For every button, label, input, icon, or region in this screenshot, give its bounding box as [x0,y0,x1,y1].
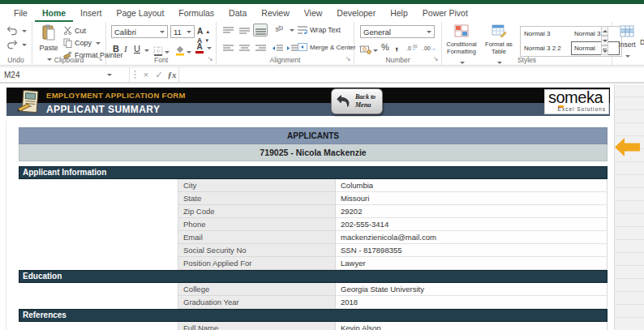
row-value[interactable]: Lawyer [336,257,608,270]
row-value[interactable]: mackenzienicola@mail.com [336,231,608,244]
row-label: City [178,179,336,192]
selected-applicant-bar[interactable]: 719025 - Nicola Mackenzie [19,144,608,161]
underline-button[interactable]: U [134,44,140,54]
copy-button[interactable]: Copy [63,38,101,48]
font-color-button[interactable]: A [195,42,204,54]
borders-dropdown[interactable] [165,51,170,54]
row-value[interactable]: Columbia [336,179,608,192]
worksheet[interactable]: EMPLOYMENT APPLICATION FORM APPLICANT SU… [0,84,644,330]
cut-button[interactable]: Cut [63,26,86,35]
italic-button[interactable]: I [124,44,127,54]
tab-formulas[interactable]: Formulas [171,5,221,22]
undo-dropdown[interactable] [22,30,27,32]
increase-decimal-icon[interactable]: .0←00 [406,44,419,52]
undo-group-label: Undo [0,56,32,64]
underline-dropdown[interactable] [144,49,149,52]
tab-developer[interactable]: Developer [329,5,383,22]
cancel-entry-button[interactable]: × [140,67,152,82]
redo-button[interactable] [6,40,27,49]
shrink-font-icon: ▼ [204,38,209,43]
align-middle-icon[interactable] [239,27,250,35]
decrease-decimal-icon[interactable]: .00→ [423,44,436,52]
orientation-dropdown[interactable] [290,29,294,32]
tab-data[interactable]: Data [221,5,254,22]
align-bottom-button-selected[interactable] [253,24,268,36]
insert-function-button[interactable]: ƒx [165,67,178,82]
tab-page-layout[interactable]: Page Layout [109,5,171,22]
redo-dropdown[interactable] [22,44,27,46]
gallery-more-button[interactable] [601,45,608,55]
increase-indent-icon[interactable] [286,45,298,53]
table-row-ssn[interactable]: Social Security NoSSN - 817898355 [19,244,608,257]
row-value[interactable]: SSN - 817898355 [336,244,608,257]
name-box[interactable] [0,67,130,82]
table-row-college[interactable]: CollegeGeorgia State University [19,283,608,296]
table-row-phone[interactable]: Phone202-555-3414 [19,218,608,231]
number-format-combo[interactable]: General [360,25,435,38]
table-row-city[interactable]: CityColumbia [19,179,608,192]
back-to-menu-button[interactable]: Back toMenu [331,88,383,114]
tab-power-pivot[interactable]: Power Pivot [415,5,475,22]
grow-font-icon: ▲ [205,29,210,34]
bold-button[interactable]: B [113,44,119,54]
table-row-full-name[interactable]: Full NameKevin Alsop [19,322,608,330]
formula-input[interactable] [178,67,644,82]
confirm-entry-button[interactable]: ✓ [152,67,165,82]
font-color-dropdown[interactable] [207,47,212,49]
tab-file[interactable]: File [6,5,35,22]
number-format-value: General [363,28,425,36]
align-right-icon[interactable] [255,45,266,53]
style-normal-3[interactable]: Normal 3 [521,27,569,41]
gallery-scroll-up[interactable] [601,26,608,36]
align-center-icon[interactable] [239,45,250,53]
row-label: State [178,192,336,205]
row-value[interactable]: 2018 [336,296,608,309]
table-row-email[interactable]: Emailmackenzienicola@mail.com [19,231,608,244]
orientation-button[interactable]: ab [274,24,285,34]
row-value[interactable]: Georgia State University [336,283,608,296]
tab-home[interactable]: Home [35,5,73,22]
tab-review[interactable]: Review [254,5,296,22]
align-top-icon[interactable] [223,27,234,35]
font-dialog-launcher[interactable]: ↘ [206,55,214,63]
accounting-dropdown[interactable] [373,49,378,52]
table-row-zip[interactable]: Zip Code29202 [19,205,608,218]
name-box-input[interactable] [0,71,105,79]
fill-color-dropdown[interactable] [187,51,191,54]
row-value[interactable]: 202-555-3414 [336,218,608,231]
delete-button-partial[interactable]: D [640,38,644,46]
number-format-dropdown[interactable] [427,31,431,33]
undo-button[interactable] [6,26,27,36]
comma-style-button[interactable]: , [395,38,398,52]
table-row-state[interactable]: StateMissouri [19,192,608,205]
percent-style-button[interactable]: % [381,42,389,52]
wrap-text-button[interactable]: Wrap Text [298,26,341,34]
row-value[interactable]: Kevin Alsop [336,322,608,330]
decrease-indent-icon[interactable] [272,45,283,53]
gallery-scroll-down[interactable] [601,36,608,45]
font-name-combo[interactable]: Calibri [111,25,168,38]
yellow-left-arrow[interactable] [615,138,640,156]
align-left-icon[interactable] [223,45,234,53]
table-row-graduation-year[interactable]: Graduation Year2018 [19,296,608,309]
font-name-dropdown[interactable] [160,31,165,33]
font-size-dropdown[interactable] [187,31,191,33]
number-dialog-launcher[interactable]: ↘ [431,55,440,63]
name-box-dropdown[interactable] [107,74,112,76]
tab-help[interactable]: Help [383,5,415,22]
ribbon-tab-bar: File Home Insert Page Layout Formulas Da… [0,4,644,22]
grow-font-button[interactable]: A▲ [197,27,210,36]
copy-dropdown[interactable] [96,42,101,45]
tab-view[interactable]: View [297,5,330,22]
clipboard-dialog-launcher[interactable]: ↘ [96,55,104,63]
align-bottom-icon [255,28,266,36]
row-value[interactable]: Missouri [336,192,608,205]
font-size-combo[interactable]: 11 [170,25,195,38]
style-normal-3-2-2[interactable]: Normal 3 2 2 [521,41,569,55]
row-value[interactable]: 29202 [336,205,608,218]
alignment-dialog-launcher[interactable]: ↘ [344,55,352,63]
insert-dropdown[interactable] [625,55,630,58]
table-row-position[interactable]: Position Applied ForLawyer [19,257,608,270]
insert-cells-button[interactable]: Insert [616,25,638,63]
tab-insert[interactable]: Insert [73,5,109,22]
